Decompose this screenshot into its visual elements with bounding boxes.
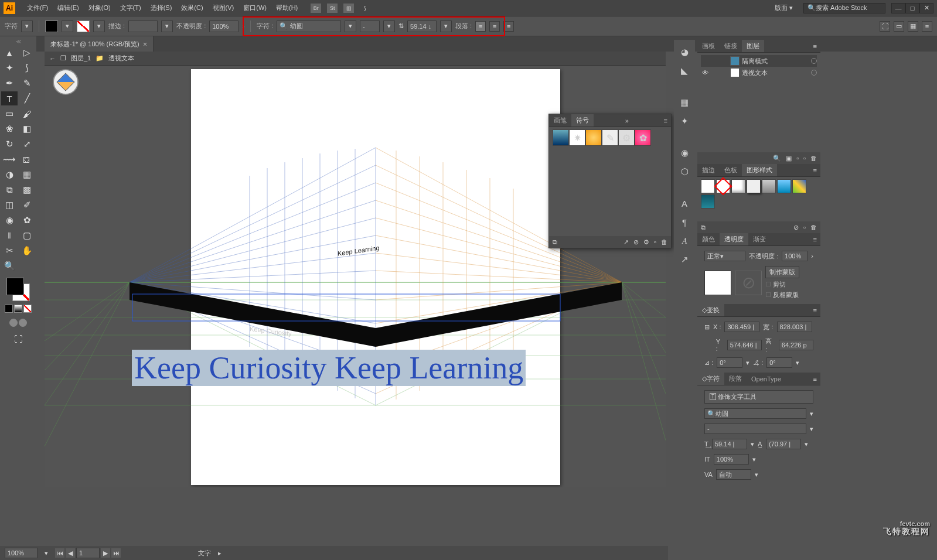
- char-kerning[interactable]: 自动: [716, 469, 751, 480]
- status-arrow-icon[interactable]: ▸: [218, 549, 222, 557]
- width-tool[interactable]: ⟿: [1, 152, 18, 166]
- layer-row-text[interactable]: 👁 透视文本: [701, 67, 817, 78]
- menu-object[interactable]: 对象(O): [84, 4, 115, 12]
- color-guide-icon[interactable]: ◕: [678, 46, 691, 59]
- align-panel-icon[interactable]: ▭: [894, 21, 904, 32]
- place-symbol-icon[interactable]: ↗: [623, 238, 629, 246]
- setup-icon[interactable]: ▦: [908, 21, 918, 32]
- symbol-sprayer-tool[interactable]: ✿: [19, 213, 35, 227]
- fill-stroke-indicator[interactable]: [6, 278, 30, 301]
- tab-color[interactable]: 颜色: [697, 233, 720, 245]
- menu-help[interactable]: 帮助(H): [271, 4, 302, 12]
- line-tool[interactable]: ╱: [19, 91, 35, 105]
- color-mode-swatches[interactable]: [5, 305, 32, 313]
- break-link-icon[interactable]: ⊘: [633, 238, 639, 246]
- transform-x[interactable]: 306.459 |: [724, 322, 759, 332]
- artboard-tool[interactable]: ▢: [19, 228, 35, 243]
- size-dd[interactable]: ▾: [440, 21, 452, 32]
- align-left-button[interactable]: ≡: [475, 21, 486, 32]
- delete-layer-icon[interactable]: 🗑: [810, 155, 817, 162]
- new-layer-icon[interactable]: ▫: [803, 155, 806, 162]
- char-style-input[interactable]: -: [704, 424, 806, 434]
- new-style-icon[interactable]: ▫: [803, 224, 806, 231]
- fill-dd[interactable]: ▾: [62, 21, 73, 32]
- tab-gradient[interactable]: 渐变: [748, 233, 771, 245]
- artboard-navigation[interactable]: ⏮ ◀ 1 ▶ ⏭: [55, 548, 121, 558]
- new-sublayer-icon[interactable]: ▫: [796, 155, 799, 162]
- tab-paragraph[interactable]: 段落: [724, 373, 747, 385]
- hand-tool[interactable]: ✋: [19, 244, 35, 258]
- first-artboard-icon[interactable]: ⏮: [55, 548, 64, 558]
- menu-type[interactable]: 文字(T): [115, 4, 146, 12]
- tab-character[interactable]: ◇ 字符: [697, 373, 724, 385]
- menu-view[interactable]: 视图(V): [208, 4, 239, 12]
- screen-mode-icons[interactable]: [9, 319, 27, 327]
- opacity-input[interactable]: 100%: [209, 21, 238, 32]
- lasso-tool[interactable]: ⟆: [19, 61, 35, 75]
- tab-transform[interactable]: ◇ 变换: [697, 304, 724, 316]
- maximize-button[interactable]: □: [905, 3, 919, 13]
- transform-y[interactable]: 574.646 |: [727, 340, 762, 350]
- arrange-icon[interactable]: ▥: [343, 4, 354, 13]
- char-vscale[interactable]: 100%: [714, 454, 749, 465]
- para-icon[interactable]: ¶: [678, 216, 691, 228]
- rectangle-tool[interactable]: ▭: [1, 107, 18, 121]
- stroke-weight-dd[interactable]: ▾: [161, 21, 173, 32]
- opacity-value[interactable]: 100%: [782, 251, 807, 261]
- bridge-icon[interactable]: Br: [311, 4, 321, 13]
- stroke-weight-input[interactable]: [128, 21, 158, 32]
- gs-menu-icon[interactable]: ≡: [810, 164, 820, 176]
- transform-w[interactable]: 828.003 |: [777, 322, 812, 332]
- tab-symbols[interactable]: 符号: [571, 114, 594, 127]
- document-tab[interactable]: 未标题-1* @ 100% (RGB/预览) ×: [45, 36, 154, 52]
- transform-menu-icon[interactable]: ≡: [810, 304, 820, 316]
- blend-tool[interactable]: ◉: [1, 213, 18, 227]
- menu-window[interactable]: 窗口(W): [238, 4, 271, 12]
- scale-tool[interactable]: ⤢: [19, 137, 35, 151]
- paintbrush-tool[interactable]: 🖌: [19, 107, 35, 121]
- font-style-input[interactable]: -: [360, 21, 380, 32]
- char-icon[interactable]: A: [678, 197, 691, 210]
- workspace-switcher[interactable]: 版面 ▾: [770, 4, 798, 12]
- eyedropper-tool[interactable]: ✐: [19, 198, 35, 212]
- mesh-tool[interactable]: ▩: [19, 183, 35, 197]
- next-artboard-icon[interactable]: ▶: [101, 548, 110, 558]
- symbol-options-icon[interactable]: ⚙: [643, 238, 649, 246]
- locate-icon[interactable]: 🔍: [773, 155, 781, 162]
- delete-symbol-icon[interactable]: 🗑: [661, 238, 667, 245]
- color-themes-icon[interactable]: ◣: [678, 64, 691, 77]
- brushes-symbols-panel[interactable]: 画笔 符号 » ≡ ✷ ✎ ⚙ ✿ ⧉ ↗ ⊘ ⚙ ▫ 🗑: [548, 114, 672, 248]
- free-transform-tool[interactable]: ⛋: [19, 152, 35, 166]
- menu-effect[interactable]: 效果(C): [176, 4, 207, 12]
- delete-style-icon[interactable]: 🗑: [810, 224, 817, 231]
- transform-rotate[interactable]: 0°: [717, 357, 742, 368]
- opacity-slider-icon[interactable]: ›: [811, 252, 813, 259]
- curvature-tool[interactable]: ✎: [19, 76, 35, 90]
- font-size-input[interactable]: 59.14 ↓: [407, 21, 437, 32]
- last-artboard-icon[interactable]: ⏭: [111, 548, 121, 558]
- opentype-icon[interactable]: ↗: [678, 253, 691, 266]
- layers-menu-icon[interactable]: ≡: [810, 40, 820, 52]
- isolation-breadcrumb[interactable]: ← ❐ 图层_1 📁 透视文本: [45, 52, 666, 66]
- symbol-swatches[interactable]: ✷ ✎ ⚙ ✿: [553, 129, 667, 146]
- font-dd[interactable]: ▾: [345, 21, 356, 32]
- make-mask-button[interactable]: 制作蒙版: [765, 266, 799, 278]
- prev-artboard-icon[interactable]: ◀: [66, 548, 75, 558]
- char-menu-icon[interactable]: ≡: [810, 373, 820, 385]
- char-font-input[interactable]: 🔍 幼圆: [704, 408, 806, 419]
- brushes-icon[interactable]: ▦: [678, 96, 691, 109]
- visibility-icon[interactable]: 👁: [701, 69, 709, 76]
- artboard-number[interactable]: 1: [76, 548, 100, 558]
- close-tab-icon[interactable]: ×: [143, 40, 148, 49]
- clip-checkbox[interactable]: 剪切: [773, 281, 786, 288]
- tab-opentype[interactable]: OpenType: [747, 373, 786, 385]
- live-paint-tool[interactable]: ▦: [19, 168, 35, 182]
- tab-layers[interactable]: 图层: [742, 40, 764, 52]
- char-size[interactable]: 59.14 |: [712, 439, 747, 449]
- fill-swatch[interactable]: [45, 21, 58, 32]
- slice-tool[interactable]: ✂: [1, 244, 18, 258]
- back-arrow-icon[interactable]: ←: [49, 55, 56, 62]
- magic-wand-tool[interactable]: ✦: [1, 61, 18, 75]
- blend-mode-select[interactable]: 正常 ▾: [704, 251, 745, 261]
- shape-builder-tool[interactable]: ◑: [1, 168, 18, 182]
